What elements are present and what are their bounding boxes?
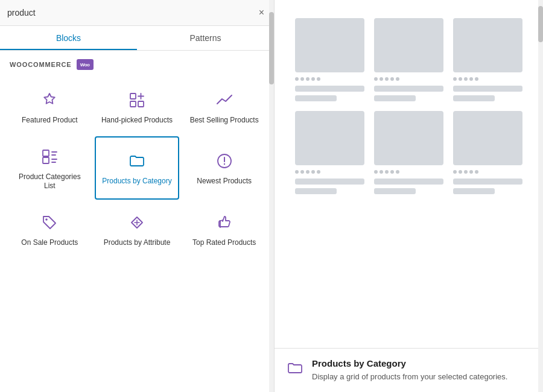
preview-dots (295, 76, 364, 82)
info-content: Products by Category Display a grid of p… (312, 358, 507, 383)
block-item-products-by-attribute[interactable]: Products by Attribute (95, 202, 180, 256)
preview-line (453, 86, 522, 92)
block-item-products-by-category[interactable]: Products by Category (95, 136, 180, 200)
preview-product-1 (295, 18, 364, 101)
preview-line (453, 179, 522, 185)
preview-dot (311, 77, 315, 81)
preview-line-short (295, 95, 337, 101)
preview-line (295, 179, 364, 185)
block-label-products-by-attribute: Products by Attribute (104, 238, 171, 248)
star-icon (40, 90, 59, 110)
woo-logo-text: Woo (80, 62, 90, 68)
preview-product-4 (295, 111, 364, 194)
preview-dot (453, 77, 457, 81)
preview-product-image (295, 18, 364, 72)
preview-grid (289, 12, 529, 200)
preview-dot (390, 77, 394, 81)
block-label-products-by-category: Products by Category (102, 177, 171, 186)
preview-dot (295, 77, 299, 81)
preview-dot (459, 77, 462, 81)
preview-dot (469, 170, 473, 174)
block-item-newest-products[interactable]: Newest Products (182, 136, 267, 200)
preview-dots (295, 169, 364, 175)
preview-line (374, 86, 443, 92)
scroll-track (269, 0, 274, 392)
folder-icon (127, 151, 147, 171)
preview-line (374, 179, 443, 185)
preview-dot (300, 77, 304, 81)
preview-line-short (374, 188, 416, 194)
tabs: Blocks Patterns (0, 26, 274, 51)
woocommerce-logo: Woo (77, 59, 94, 70)
blocks-grid: Featured Product Hand-picked Products (0, 75, 274, 261)
preview-product-image (453, 18, 522, 72)
svg-rect-6 (43, 157, 49, 163)
svg-point-12 (223, 163, 224, 165)
diamond-tag-icon (127, 213, 147, 232)
preview-product-3 (453, 18, 522, 101)
preview-dots (374, 76, 443, 82)
preview-dot (317, 77, 320, 81)
block-item-on-sale[interactable]: On Sale Products (7, 202, 92, 256)
block-label-best-selling: Best Selling Products (190, 116, 259, 125)
preview-dot (374, 170, 378, 174)
preview-dot (385, 77, 389, 81)
preview-dot (464, 77, 468, 81)
preview-dot (300, 170, 304, 174)
right-edge-thumb[interactable] (538, 6, 543, 42)
tab-patterns[interactable]: Patterns (137, 26, 274, 50)
section-title: WOOCOMMERCE (10, 61, 72, 68)
preview-dot (306, 170, 310, 174)
block-item-top-rated[interactable]: Top Rated Products (182, 202, 267, 256)
preview-dot (396, 170, 399, 174)
preview-dot (306, 77, 310, 81)
preview-line (295, 86, 364, 92)
list-grid-icon (40, 147, 59, 166)
preview-dot (475, 77, 478, 81)
preview-product-image (374, 18, 443, 72)
preview-dot (453, 170, 457, 174)
block-label-categories-list: Product Categories List (13, 172, 86, 191)
right-edge-scroll (538, 0, 543, 392)
preview-product-image (374, 111, 443, 165)
tag-icon (40, 213, 59, 232)
search-bar: product × (0, 0, 274, 26)
clear-search-icon[interactable]: × (256, 6, 267, 19)
preview-dot (459, 170, 462, 174)
preview-area (275, 0, 543, 348)
preview-line-short (453, 95, 495, 101)
info-card: Products by Category Display a grid of p… (275, 348, 543, 393)
preview-dot (396, 77, 399, 81)
preview-product-image (295, 111, 364, 165)
block-label-top-rated: Top Rated Products (192, 238, 256, 248)
preview-dot (390, 170, 394, 174)
scroll-thumb[interactable] (269, 12, 274, 84)
block-item-handpicked-products[interactable]: Hand-picked Products (95, 80, 180, 134)
preview-dot (379, 77, 383, 81)
svg-rect-2 (138, 101, 144, 107)
block-label-featured-product: Featured Product (22, 116, 78, 125)
trend-icon (215, 90, 234, 110)
preview-dot (374, 77, 378, 81)
section-header: WOOCOMMERCE Woo (0, 51, 274, 75)
preview-line-short (295, 188, 337, 194)
svg-rect-1 (130, 101, 136, 107)
block-item-best-selling[interactable]: Best Selling Products (182, 80, 267, 134)
preview-product-image (453, 111, 522, 165)
block-label-handpicked: Hand-picked Products (101, 116, 173, 125)
thumbs-up-icon (215, 213, 234, 232)
preview-product-6 (453, 111, 522, 194)
left-panel: product × Blocks Patterns WOOCOMMERCE Wo… (0, 0, 275, 392)
block-label-newest-products: Newest Products (197, 177, 252, 186)
block-item-featured-product[interactable]: Featured Product (7, 80, 92, 134)
preview-dot (295, 170, 299, 174)
preview-dot (475, 170, 478, 174)
preview-line-short (374, 95, 416, 101)
svg-rect-5 (43, 150, 49, 156)
block-item-categories-list[interactable]: Product Categories List (7, 136, 92, 200)
block-label-on-sale: On Sale Products (21, 238, 78, 248)
preview-dots (453, 169, 522, 175)
search-input[interactable]: product (7, 8, 256, 17)
preview-dot (464, 170, 468, 174)
tab-blocks[interactable]: Blocks (0, 26, 137, 50)
